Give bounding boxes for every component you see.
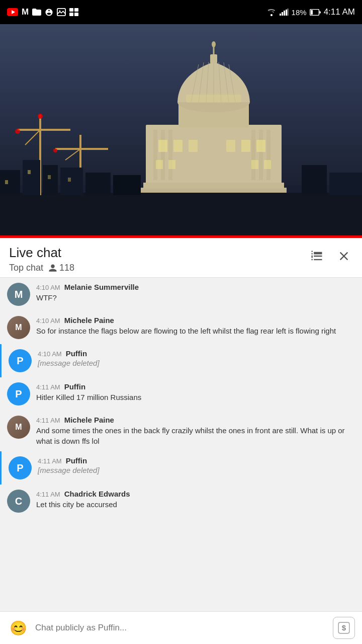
svg-rect-5 [74,8,78,12]
message-item: P 4:11 AM Puffin [message deleted] [0,451,362,485]
message-time: 4:10 AM [38,350,62,358]
svg-rect-24 [168,130,172,180]
message-content: 4:10 AM Puffin [message deleted] [38,349,355,367]
svg-rect-67 [329,173,362,195]
message-author: Melanie Summerville [64,283,139,291]
message-author: Michele Paine [64,316,114,325]
svg-rect-65 [113,175,141,195]
svg-rect-26 [259,130,263,180]
svg-rect-37 [210,54,217,63]
svg-rect-47 [156,160,163,169]
message-content: 4:10 AM Melanie Summerville WTF? [36,283,355,303]
svg-rect-42 [173,140,183,152]
message-content: 4:11 AM Puffin [message deleted] [38,456,355,474]
emoji-icon: 😊 [10,620,27,636]
chat-header: Live chat Top chat 118 [0,238,362,278]
chat-input[interactable] [35,623,327,633]
message-item: C 4:11 AM Chadrick Edwards Let this city… [0,485,362,518]
message-text: And some times the ones in the back fly … [36,426,345,445]
svg-rect-44 [226,140,235,152]
messages-list: M 4:10 AM Melanie Summerville WTF? M 4:1… [0,278,362,518]
svg-rect-41 [158,140,167,152]
svg-point-39 [212,41,216,47]
svg-rect-17 [0,190,362,235]
svg-rect-62 [43,165,58,195]
svg-rect-11 [284,11,285,16]
message-content: 4:11 AM Chadrick Edwards Let this city b… [36,490,355,510]
message-content: 4:11 AM Michele Paine And some times the… [36,416,355,446]
svg-rect-4 [69,8,73,12]
svg-rect-6 [69,13,73,16]
svg-rect-21 [143,183,284,189]
svg-rect-12 [286,10,287,16]
chat-input-area: 😊 $ [0,611,362,644]
message-author: Chadrick Edwards [64,490,130,498]
svg-rect-73 [312,259,313,260]
avatar: P [9,456,32,479]
message-time: 4:11 AM [36,491,60,498]
svg-rect-72 [312,257,313,258]
svg-rect-23 [161,130,165,180]
message-meta: 4:10 AM Puffin [38,349,355,358]
svg-rect-10 [282,12,283,16]
message-text: WTF? [36,293,57,302]
message-author: Puffin [66,456,87,465]
send-icon: $ [337,621,350,634]
status-icons: M [7,7,78,17]
message-time: 4:10 AM [36,317,60,325]
chat-header-right [308,247,353,267]
svg-point-55 [38,114,43,119]
message-deleted-text: [message deleted] [38,466,100,474]
battery-text: 18% [292,8,307,17]
avatar: C [7,490,30,513]
close-icon [337,249,351,263]
svg-rect-50 [264,160,271,169]
svg-rect-71 [68,178,71,182]
avatar: M [7,316,30,339]
status-time: 4:11 AM [324,7,355,17]
message-text: So for instance the flags below are flow… [36,327,336,335]
svg-rect-46 [256,140,265,152]
svg-rect-25 [251,130,255,180]
svg-rect-49 [251,160,258,169]
svg-rect-64 [85,173,111,195]
message-time: 4:11 AM [38,457,62,465]
svg-rect-68 [5,180,8,184]
message-time: 4:11 AM [36,417,60,424]
person-icon [48,264,57,273]
message-meta: 4:10 AM Michele Paine [36,316,355,325]
svg-rect-22 [153,130,157,180]
message-content: 4:10 AM Michele Paine So for instance th… [36,316,355,336]
svg-rect-13 [287,9,289,16]
svg-rect-63 [60,168,83,195]
svg-rect-45 [241,140,250,152]
svg-rect-15 [311,10,313,15]
top-chat-label[interactable]: Top chat [9,263,43,273]
message-meta: 4:10 AM Melanie Summerville [36,283,355,291]
filter-button[interactable] [308,247,326,267]
svg-rect-27 [266,130,270,180]
svg-rect-66 [302,165,327,195]
video-thumbnail[interactable] [0,24,362,235]
filter-icon [310,249,324,263]
svg-rect-40 [186,95,241,103]
message-time: 4:11 AM [36,383,60,391]
send-button[interactable]: $ [333,617,355,639]
message-content: 4:11 AM Puffin Hitler Killed 17 million … [36,382,355,403]
svg-rect-43 [189,140,198,152]
avatar: P [7,382,30,406]
message-item: M 4:10 AM Michele Paine So for instance … [0,311,362,344]
svg-rect-69 [28,170,31,174]
message-item: P 4:10 AM Puffin [message deleted] [0,344,362,377]
svg-rect-60 [0,170,20,195]
message-meta: 4:11 AM Puffin [38,456,355,465]
emoji-button[interactable]: 😊 [7,617,29,639]
message-time: 4:10 AM [36,284,60,291]
svg-rect-48 [168,160,175,169]
avatar: P [9,349,32,372]
svg-rect-7 [74,13,78,16]
close-button[interactable] [335,247,353,267]
message-author: Michele Paine [64,416,114,424]
avatar: M [7,283,30,306]
svg-point-59 [53,148,57,152]
